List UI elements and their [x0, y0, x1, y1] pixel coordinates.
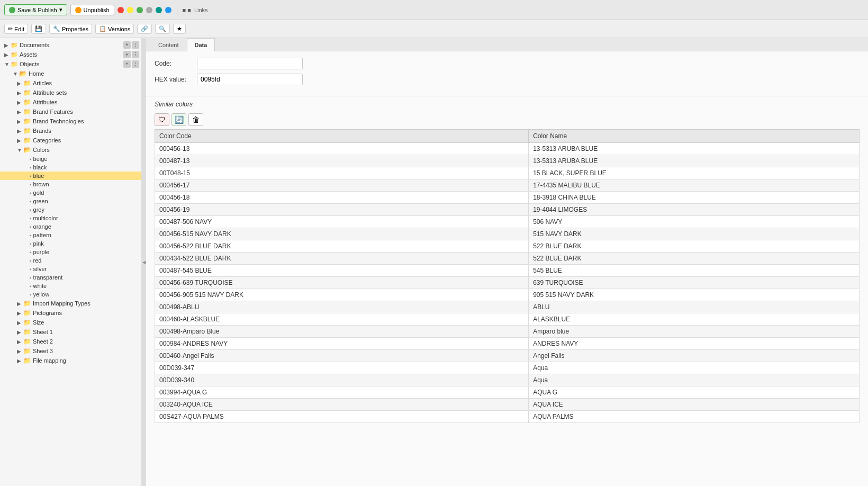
sidebar-label: brown	[33, 181, 49, 187]
table-row[interactable]: 000456-13 13-5313 ARUBA BLUE	[155, 143, 860, 155]
table-row[interactable]: 000456-905 515 NAVY DARK 905 515 NAVY DA…	[155, 289, 860, 301]
item-icon: ▪	[30, 266, 32, 272]
table-row[interactable]: 000460-ALASKBLUE ALASKBLUE	[155, 313, 860, 326]
table-row[interactable]: 000487-506 NAVY 506 NAVY	[155, 216, 860, 228]
expand-icon: ▶	[17, 80, 22, 86]
sidebar-item-objects[interactable]: ▼ 📁 Objects + ⋮	[0, 59, 141, 69]
more-icon[interactable]: ⋮	[132, 60, 139, 68]
sidebar-item-green[interactable]: ▪ green	[0, 197, 141, 205]
star-button[interactable]	[173, 24, 186, 34]
ref-button[interactable]	[137, 24, 152, 34]
table-row[interactable]: 000456-515 NAVY DARK 515 NAVY DARK	[155, 228, 860, 240]
table-row[interactable]: 000456-17 17-4435 MALIBU BLUE	[155, 179, 860, 192]
delete-button[interactable]: 🛡	[155, 113, 169, 126]
properties-button[interactable]: Properties	[49, 24, 92, 34]
save-button[interactable]	[31, 24, 46, 34]
sidebar-item-sheet1[interactable]: ▶ 📁 Sheet 1	[0, 327, 141, 337]
similar-colors-title: Similar colors	[155, 101, 860, 108]
save-publish-button[interactable]: Save & Publish ▾	[4, 4, 67, 15]
table-row[interactable]: 000434-522 BLUE DARK 522 BLUE DARK	[155, 253, 860, 265]
versions-button[interactable]: Versions	[95, 24, 134, 34]
sidebar-item-import-mapping[interactable]: ▶ 📁 Import Mapping Types	[0, 299, 141, 308]
add-icon[interactable]: +	[123, 60, 131, 68]
sidebar-item-documents[interactable]: ▶ 📁 Documents + ⋮	[0, 40, 141, 50]
sidebar-item-brands[interactable]: ▶ 📁 Brands	[0, 126, 141, 136]
sidebar-item-pattern[interactable]: ▪ pattern	[0, 231, 141, 239]
sidebar-item-orange[interactable]: ▪ orange	[0, 222, 141, 231]
collapse-handle[interactable]	[142, 38, 146, 486]
sidebar-item-white[interactable]: ▪ white	[0, 282, 141, 290]
table-row[interactable]: 003994-AQUA G AQUA G	[155, 386, 860, 399]
table-row[interactable]: 000456-639 TURQUOISE 639 TURQUOISE	[155, 277, 860, 289]
expand-icon: ▼	[17, 147, 22, 153]
unpublish-button[interactable]: Unpublish	[70, 5, 114, 15]
sidebar-item-red[interactable]: ▪ red	[0, 256, 141, 265]
tab-content[interactable]: Content	[150, 38, 187, 51]
table-row[interactable]: 00S427-AQUA PALMS AQUA PALMS	[155, 411, 860, 423]
versions-icon	[99, 25, 106, 32]
sidebar-item-articles[interactable]: ▶ 📁 Articles	[0, 78, 141, 88]
sidebar-item-sheet3[interactable]: ▶ 📁 Sheet 3	[0, 346, 141, 356]
edit-button[interactable]: Edit	[4, 24, 28, 34]
sidebar-item-attributes[interactable]: ▶ 📁 Attributes	[0, 97, 141, 107]
sidebar-item-file-mapping[interactable]: ▶ 📁 File mapping	[0, 356, 141, 365]
hex-label: HEX value:	[155, 76, 197, 83]
code-input[interactable]	[197, 58, 303, 69]
sidebar-item-beige[interactable]: ▪ beige	[0, 155, 141, 163]
sidebar-item-purple[interactable]: ▪ purple	[0, 248, 141, 256]
add-icon[interactable]: +	[123, 41, 131, 49]
folder-icon: 📁	[23, 338, 31, 345]
cell-color-code: 000984-ANDRES NAVY	[155, 338, 529, 350]
sidebar-item-size[interactable]: ▶ 📁 Size	[0, 318, 141, 327]
sidebar-item-home[interactable]: ▼ 📂 Home	[0, 69, 141, 78]
more-icon[interactable]: ⋮	[132, 41, 139, 49]
table-row[interactable]: 000487-13 13-5313 ARUBA BLUE	[155, 155, 860, 167]
table-container: Color Code Color Name 000456-13 13-5313 …	[146, 129, 868, 486]
add-button[interactable]: 🔄	[171, 113, 186, 126]
sidebar-item-brand-features[interactable]: ▶ 📁 Brand Features	[0, 107, 141, 116]
sidebar-item-brand-technologies[interactable]: ▶ 📁 Brand Technologies	[0, 116, 141, 126]
sidebar-item-categories[interactable]: ▶ 📁 Categories	[0, 136, 141, 145]
cell-color-code: 000456-905 515 NAVY DARK	[155, 289, 529, 301]
sidebar-item-sheet2[interactable]: ▶ 📁 Sheet 2	[0, 337, 141, 346]
table-row[interactable]: 000984-ANDRES NAVY ANDRES NAVY	[155, 338, 860, 350]
table-row[interactable]: 000487-545 BLUE 545 BLUE	[155, 265, 860, 277]
dropdown-arrow[interactable]: ▾	[59, 6, 62, 13]
search-button[interactable]	[155, 24, 170, 34]
sidebar-item-colors[interactable]: ▼ 📂 Colors	[0, 145, 141, 155]
sidebar-item-black[interactable]: ▪ black	[0, 163, 141, 172]
table-row[interactable]: 00D039-340 Aqua	[155, 374, 860, 386]
sidebar-item-gold[interactable]: ▪ gold	[0, 188, 141, 197]
second-toolbar: Edit Properties Versions	[0, 20, 868, 38]
table-row[interactable]: 000456-19 19-4044 LIMOGES	[155, 204, 860, 216]
add-icon: 🔄	[175, 115, 184, 124]
form-area: Code: HEX value:	[146, 51, 868, 96]
add-icon[interactable]: +	[123, 51, 131, 58]
sidebar-item-pictograms[interactable]: ▶ 📁 Pictograms	[0, 308, 141, 318]
table-row[interactable]: 000456-522 BLUE DARK 522 BLUE DARK	[155, 240, 860, 253]
hex-input[interactable]	[197, 74, 303, 85]
cell-color-code: 000498-ABLU	[155, 301, 529, 313]
more-icon[interactable]: ⋮	[132, 51, 139, 58]
sidebar-label: grey	[33, 206, 44, 213]
sidebar-item-grey[interactable]: ▪ grey	[0, 205, 141, 214]
sidebar-item-blue[interactable]: ▪ blue	[0, 172, 141, 180]
table-row[interactable]: 003240-AQUA ICE AQUA ICE	[155, 399, 860, 411]
sidebar-item-assets[interactable]: ▶ 📁 Assets + ⋮	[0, 50, 141, 59]
sidebar-item-yellow[interactable]: ▪ yellow	[0, 290, 141, 299]
sidebar-item-multicolor[interactable]: ▪ multicolor	[0, 214, 141, 222]
sidebar-item-silver[interactable]: ▪ silver	[0, 265, 141, 273]
table-row[interactable]: 00D039-347 Aqua	[155, 362, 860, 374]
sidebar-item-transparent[interactable]: ▪ transparent	[0, 273, 141, 282]
sidebar-label-white: white	[33, 283, 47, 289]
table-row[interactable]: 000460-Angel Falls Angel Falls	[155, 350, 860, 362]
table-row[interactable]: 000456-18 18-3918 CHINA BLUE	[155, 192, 860, 204]
sidebar-item-brown[interactable]: ▪ brown	[0, 180, 141, 188]
remove-button[interactable]: 🗑	[188, 113, 203, 126]
table-row[interactable]: 000498-ABLU ABLU	[155, 301, 860, 313]
tab-data[interactable]: Data	[187, 38, 215, 51]
sidebar-item-pink[interactable]: ▪ pink	[0, 239, 141, 248]
sidebar-item-attribute-sets[interactable]: ▶ 📁 Attribute sets	[0, 88, 141, 97]
table-row[interactable]: 00T048-15 15 BLACK, SUPER BLUE	[155, 167, 860, 179]
table-row[interactable]: 000498-Amparo Blue Amparo blue	[155, 326, 860, 338]
